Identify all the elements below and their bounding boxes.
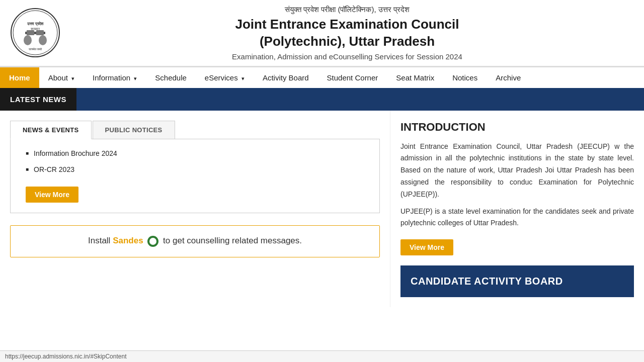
news-item-2: OR-CR 2023 (26, 165, 369, 173)
nav-item-activity-board[interactable]: Activity Board (254, 67, 318, 88)
main-nav: Home About ▾ Information ▾ Schedule eSer… (0, 66, 644, 88)
svg-rect-6 (36, 30, 44, 35)
nav-item-notices[interactable]: Notices (443, 67, 487, 88)
introduction-text-1: Joint Entrance Examination Council, Utta… (400, 141, 634, 201)
nav-link-student-corner[interactable]: Student Corner (318, 67, 387, 88)
header-subtitle: Examination, Admission and eCounselling … (60, 52, 634, 61)
news-link-2[interactable]: OR-CR 2023 (34, 165, 74, 173)
candidate-activity-board: CANDIDATE ACTIVITY BOARD (400, 265, 634, 297)
nav-link-schedule[interactable]: Schedule (146, 67, 196, 88)
nav-item-student-corner[interactable]: Student Corner (318, 67, 387, 88)
site-logo: उत्तर प्रदेश सरकार सत्यमेव जयते (10, 8, 60, 58)
news-view-more-button[interactable]: View More (26, 187, 78, 203)
nav-link-activity-board[interactable]: Activity Board (254, 67, 318, 88)
news-link-1[interactable]: Information Brochure 2024 (34, 149, 117, 157)
nav-item-seat-matrix[interactable]: Seat Matrix (387, 67, 443, 88)
nav-link-information[interactable]: Information ▾ (84, 67, 146, 88)
latest-news-label: LATEST NEWS (0, 88, 76, 111)
information-arrow: ▾ (134, 75, 137, 81)
header-main-title: Joint Entrance Examination Council (Poly… (60, 16, 634, 50)
svg-text:उत्तर प्रदेश: उत्तर प्रदेश (27, 21, 43, 26)
intro-view-more-button[interactable]: View More (400, 239, 453, 255)
right-panel: INTRODUCTION Joint Entrance Examination … (390, 111, 644, 308)
nav-link-eservices[interactable]: eServices ▾ (196, 67, 254, 88)
sandes-brand-text: Sandes (113, 236, 143, 245)
svg-text:सरकार: सरकार (30, 27, 40, 31)
nav-item-information[interactable]: Information ▾ (84, 67, 146, 88)
svg-point-8 (39, 35, 47, 45)
nav-link-home[interactable]: Home (0, 67, 39, 88)
nav-item-archive[interactable]: Archive (487, 67, 530, 88)
sandes-icon (147, 236, 158, 247)
nav-item-schedule[interactable]: Schedule (146, 67, 196, 88)
nav-link-about[interactable]: About ▾ (39, 67, 84, 88)
header-hindi-title: संयुक्त प्रवेश परीक्षा (पॉलिटेक्निक), उत… (60, 5, 634, 14)
svg-text:सत्यमेव जयते: सत्यमेव जयते (28, 47, 43, 51)
svg-point-7 (24, 35, 32, 45)
nav-item-about[interactable]: About ▾ (39, 67, 84, 88)
sandes-banner: Install Sandes to get counselling relate… (10, 225, 380, 257)
eservices-arrow: ▾ (242, 75, 245, 81)
introduction-title: INTRODUCTION (400, 121, 634, 134)
left-panel: NEWS & EVENTS PUBLIC NOTICES Information… (0, 111, 390, 308)
candidate-board-title: CANDIDATE ACTIVITY BOARD (411, 276, 624, 287)
news-tabs: NEWS & EVENTS PUBLIC NOTICES (10, 121, 380, 139)
about-arrow: ▾ (71, 75, 74, 81)
main-content: NEWS & EVENTS PUBLIC NOTICES Information… (0, 111, 644, 308)
tab-public-notices[interactable]: PUBLIC NOTICES (93, 121, 175, 139)
latest-news-content (76, 92, 644, 106)
nav-item-home[interactable]: Home (0, 67, 39, 88)
nav-item-eservices[interactable]: eServices ▾ (196, 67, 254, 88)
news-item-1: Information Brochure 2024 (26, 149, 369, 157)
news-list-box: Information Brochure 2024 OR-CR 2023 Vie… (10, 139, 380, 213)
svg-rect-5 (27, 30, 34, 35)
nav-link-archive[interactable]: Archive (487, 67, 530, 88)
latest-news-bar: LATEST NEWS (0, 88, 644, 111)
header-text-block: संयुक्त प्रवेश परीक्षा (पॉलिटेक्निक), उत… (60, 5, 634, 61)
nav-link-notices[interactable]: Notices (443, 67, 487, 88)
site-header: उत्तर प्रदेश सरकार सत्यमेव जयते संयुक्त … (0, 0, 644, 66)
nav-list: Home About ▾ Information ▾ Schedule eSer… (0, 67, 644, 88)
nav-link-seat-matrix[interactable]: Seat Matrix (387, 67, 443, 88)
introduction-text-2: UPJEE(P) is a state level examination fo… (400, 206, 634, 230)
news-list: Information Brochure 2024 OR-CR 2023 (26, 149, 369, 173)
tab-news-events[interactable]: NEWS & EVENTS (10, 121, 92, 139)
